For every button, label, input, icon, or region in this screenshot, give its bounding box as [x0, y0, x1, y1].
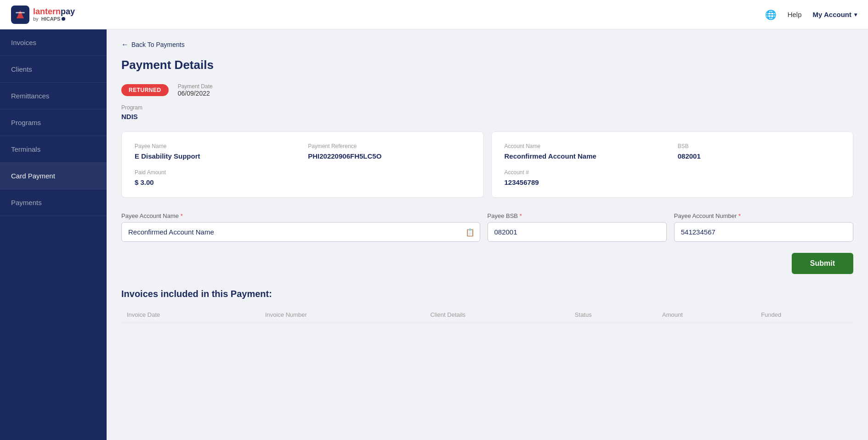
col-amount: Amount [657, 307, 755, 323]
payment-reference-value: PHI20220906FH5LC5O [308, 152, 470, 160]
status-badge: RETURNED [121, 84, 169, 96]
payee-account-name-input-wrapper: 📋 [121, 222, 480, 242]
payee-bsb-group: Payee BSB * [488, 212, 667, 242]
account-name-value: Reconfirmed Account Name [505, 152, 667, 160]
program-block: Program NDIS [121, 104, 853, 120]
page-title: Payment Details [121, 58, 853, 72]
payee-name-label: Payee Name [135, 143, 297, 149]
main-content: ← Back To Payments Payment Details RETUR… [107, 29, 868, 440]
chevron-down-icon: ▾ [854, 11, 857, 18]
sidebar-item-invoices[interactable]: Invoices [0, 29, 107, 56]
account-number-field: Account # 123456789 [505, 169, 667, 186]
globe-icon[interactable]: 🌐 [765, 9, 777, 20]
sidebar-item-clients[interactable]: Clients [0, 56, 107, 83]
clipboard-icon: 📋 [465, 228, 475, 236]
right-info-card: Account Name Reconfirmed Account Name BS… [491, 131, 854, 198]
payment-reference-field: Payment Reference PHI20220906FH5LC5O [308, 143, 470, 160]
logo: lanternpay by HICAPS [11, 6, 75, 24]
col-funded: Funded [755, 307, 853, 323]
required-marker-2: * [520, 212, 522, 219]
payment-header-row: RETURNED Payment Date 06/09/2022 [121, 83, 853, 97]
app-layout: Invoices Clients Remittances Programs Te… [0, 29, 868, 440]
sidebar-item-remittances[interactable]: Remittances [0, 83, 107, 109]
payee-bsb-label: Payee BSB * [488, 212, 667, 219]
payment-date-value: 06/09/2022 [178, 90, 213, 97]
help-link[interactable]: Help [788, 11, 802, 18]
account-name-field: Account Name Reconfirmed Account Name [505, 143, 667, 160]
back-arrow-icon: ← [121, 40, 129, 49]
payee-name-field: Payee Name E Disability Support [135, 143, 297, 160]
account-number-label: Account # [505, 169, 667, 176]
right-card-grid: Account Name Reconfirmed Account Name BS… [505, 143, 840, 186]
payee-account-name-label: Payee Account Name * [121, 212, 480, 219]
payment-date-block: Payment Date 06/09/2022 [178, 83, 213, 97]
submit-row: Submit [121, 253, 853, 274]
payee-account-number-label: Payee Account Number * [674, 212, 853, 219]
submit-button[interactable]: Submit [792, 253, 853, 274]
left-info-card: Payee Name E Disability Support Payment … [121, 131, 484, 198]
col-status: Status [569, 307, 657, 323]
required-marker-3: * [738, 212, 741, 219]
col-invoice-date: Invoice Date [121, 307, 260, 323]
invoices-table: Invoice Date Invoice Number Client Detai… [121, 307, 853, 323]
invoices-title: Invoices included in this Payment: [121, 289, 853, 299]
top-nav: lanternpay by HICAPS 🌐 Help My Account ▾ [0, 0, 868, 29]
account-label: My Account [813, 11, 851, 18]
payee-account-number-input[interactable] [674, 222, 853, 242]
payee-name-value: E Disability Support [135, 152, 297, 160]
required-marker: * [181, 212, 183, 219]
logo-icon [11, 6, 29, 24]
bsb-label: BSB [678, 143, 840, 149]
svg-rect-2 [16, 12, 25, 13]
sidebar-item-terminals[interactable]: Terminals [0, 136, 107, 163]
form-row: Payee Account Name * 📋 Payee BSB * Payee… [121, 212, 853, 242]
account-menu[interactable]: My Account ▾ [813, 11, 857, 18]
program-value: NDIS [121, 113, 853, 120]
program-label: Program [121, 104, 853, 111]
left-card-grid: Payee Name E Disability Support Payment … [135, 143, 471, 186]
sidebar-item-payments[interactable]: Payments [0, 189, 107, 216]
col-invoice-number: Invoice Number [260, 307, 425, 323]
back-label: Back To Payments [131, 41, 185, 48]
bsb-value: 082001 [678, 152, 840, 160]
sidebar: Invoices Clients Remittances Programs Te… [0, 29, 107, 440]
paid-amount-field: Paid Amount $ 3.00 [135, 169, 297, 186]
paid-amount-value: $ 3.00 [135, 178, 297, 186]
account-number-value: 123456789 [505, 178, 667, 186]
cards-row: Payee Name E Disability Support Payment … [121, 131, 853, 198]
invoices-section: Invoices included in this Payment: Invoi… [121, 289, 853, 323]
brand-name: lanternpay [33, 7, 75, 17]
payee-account-name-group: Payee Account Name * 📋 [121, 212, 480, 242]
payment-date-label: Payment Date [178, 83, 213, 90]
brand-sub: by HICAPS [33, 16, 75, 22]
payee-account-name-input[interactable] [121, 222, 480, 242]
invoices-table-header: Invoice Date Invoice Number Client Detai… [121, 307, 853, 323]
sidebar-item-card-payment[interactable]: Card Payment [0, 163, 107, 189]
bsb-field: BSB 082001 [678, 143, 840, 160]
sidebar-item-programs[interactable]: Programs [0, 109, 107, 136]
hicaps-dot [62, 17, 65, 21]
col-client-details: Client Details [425, 307, 569, 323]
paid-amount-label: Paid Amount [135, 169, 297, 176]
account-name-label: Account Name [505, 143, 667, 149]
payee-bsb-input[interactable] [488, 222, 667, 242]
logo-text: lanternpay by HICAPS [33, 7, 75, 22]
back-link[interactable]: ← Back To Payments [121, 40, 853, 49]
invoices-header-row: Invoice Date Invoice Number Client Detai… [121, 307, 853, 323]
payment-reference-label: Payment Reference [308, 143, 470, 149]
payee-account-number-group: Payee Account Number * [674, 212, 853, 242]
nav-right: 🌐 Help My Account ▾ [765, 9, 857, 20]
